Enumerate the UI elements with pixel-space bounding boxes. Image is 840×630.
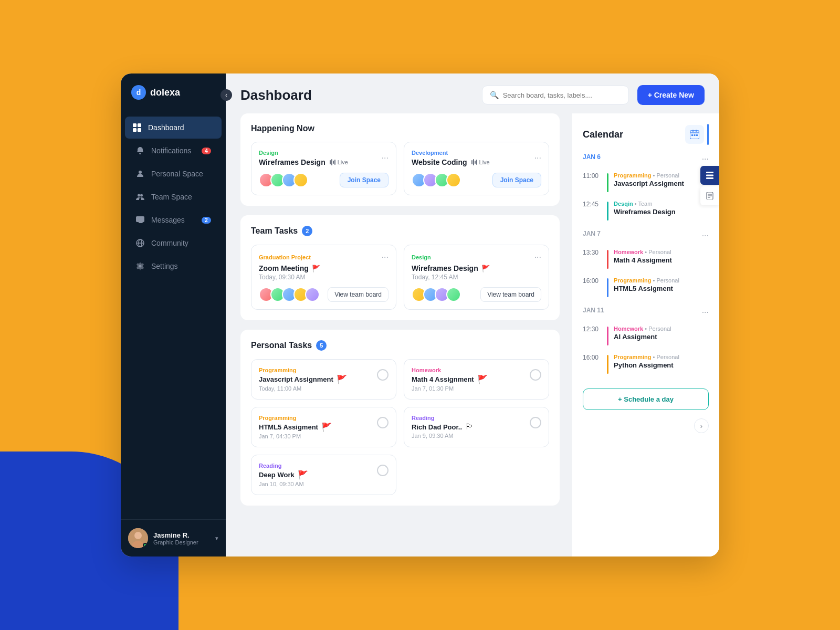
- sidebar-community-label: Community: [151, 239, 188, 247]
- jan11-label: JAN 11: [583, 307, 604, 314]
- task-check-2[interactable]: [530, 369, 541, 381]
- calendar-next-arrow[interactable]: ›: [694, 418, 709, 433]
- sidebar-collapse-button[interactable]: ‹: [220, 89, 232, 101]
- task-name-zoom: Zoom Meeting: [259, 264, 309, 272]
- sidebar-item-community[interactable]: Community: [125, 232, 222, 254]
- task-check-3[interactable]: [377, 417, 388, 428]
- event-line-blue: [607, 278, 608, 297]
- pt-category-4: Reading: [412, 415, 474, 421]
- avatar-stack: [259, 173, 308, 187]
- sidebar-user[interactable]: Jasmine R. Graphic Designer ▾: [121, 519, 226, 556]
- avatar-stack-2: [412, 173, 461, 187]
- dashboard-icon: [132, 123, 142, 132]
- person-icon: [135, 169, 145, 178]
- search-input[interactable]: [503, 91, 621, 99]
- live-indicator: Live: [330, 159, 348, 165]
- personal-tasks-header: Personal Tasks 5: [251, 340, 549, 351]
- event-meta-3: Homework • Personal: [614, 249, 672, 255]
- sidebar-item-team-space[interactable]: Team Space: [125, 186, 222, 208]
- svg-rect-20: [694, 134, 696, 136]
- team-tasks-title: Team Tasks: [251, 226, 298, 236]
- task-category-design: Design: [412, 254, 431, 260]
- view-team-board-btn-2[interactable]: View team board: [480, 287, 541, 302]
- pt-name-5: Deep Work: [259, 471, 295, 479]
- personal-tasks-section: Personal Tasks 5 Programming Javascript …: [240, 330, 560, 506]
- task-check-1[interactable]: [377, 369, 388, 381]
- sidebar-item-personal-space[interactable]: Personal Space: [125, 163, 222, 185]
- team-task-zoom: Graduation Project ··· Zoom Meeting 🚩 To…: [251, 245, 396, 310]
- event-meta-4: Programming • Personal: [614, 277, 679, 284]
- pt-category-5: Reading: [259, 463, 308, 469]
- card-category-development: Development: [412, 150, 490, 156]
- jan11-menu-dots[interactable]: ···: [702, 308, 709, 317]
- view-team-board-btn-1[interactable]: View team board: [328, 287, 388, 302]
- event-meta-6: Programming • Personal: [614, 354, 679, 360]
- card-menu-dots[interactable]: ···: [382, 153, 388, 163]
- join-space-button-1[interactable]: Join Space: [340, 173, 388, 187]
- pt-time-2: Jan 7, 01:30 PM: [412, 385, 488, 392]
- jan7-label: JAN 7: [583, 230, 601, 237]
- logo-icon: d: [131, 85, 146, 100]
- task-dots-1[interactable]: ···: [382, 253, 388, 262]
- wave-bar-2: [331, 159, 332, 165]
- personal-task-rich-dad: Reading Rich Dad Poor.. 🏳 Jan 9, 09:30 A…: [404, 407, 549, 447]
- tool-btn-doc[interactable]: [700, 186, 719, 205]
- event-name-math: Math 4 Assigment: [614, 256, 672, 264]
- user-role: Graphic Designer: [153, 539, 210, 545]
- sidebar: d dolexa ‹ Dashboard: [121, 74, 226, 556]
- happening-card-website-coding: Development Website Coding: [404, 142, 549, 195]
- pt-flag-5: 🚩: [298, 470, 308, 480]
- svg-point-13: [134, 532, 142, 539]
- event-time-1245: 12:45: [583, 201, 602, 208]
- cal-event-ai: 12:30 Homework • Personal AI Assigment: [583, 321, 709, 350]
- wave-bar-8: [476, 160, 477, 165]
- wave-bar-3: [333, 161, 334, 164]
- event-name-wireframes-cal: Wireframes Design: [614, 208, 676, 216]
- calendar-view-btn[interactable]: [685, 125, 704, 144]
- jan7-menu-dots[interactable]: ···: [702, 231, 709, 240]
- card-title-row: Design Wireframes Design: [259, 150, 388, 166]
- join-space-button-2[interactable]: Join Space: [492, 173, 541, 187]
- tool-btn-list[interactable]: [700, 166, 719, 185]
- cal-event-html5: 16:00 Programming • Personal HTML5 Assig…: [583, 273, 709, 301]
- event-name-ai: AI Assigment: [614, 333, 671, 341]
- svg-rect-1: [138, 123, 141, 127]
- create-new-button[interactable]: + Create New: [637, 85, 705, 105]
- task-check-5[interactable]: [377, 465, 388, 476]
- svg-rect-7: [136, 216, 144, 222]
- task-dots-2[interactable]: ···: [534, 253, 541, 262]
- ta-5: [305, 287, 320, 302]
- task-footer-1: View team board: [259, 287, 388, 302]
- event-line-teal: [607, 202, 608, 220]
- task-footer-2: View team board: [412, 287, 541, 302]
- personal-tasks-badge: 5: [316, 340, 327, 351]
- event-name-html5: HTML5 Assigment: [614, 285, 679, 292]
- card-footer: Join Space: [259, 173, 388, 187]
- task-check-4[interactable]: [530, 417, 541, 428]
- happening-now-section: Happening Now Design Wireframes Design: [240, 113, 560, 206]
- sidebar-item-messages[interactable]: Messages 2: [125, 209, 222, 231]
- event-time-1600b: 16:00: [583, 354, 602, 361]
- personal-task-math: Homework Math 4 Assignment 🚩 Jan 7, 01:3…: [404, 359, 549, 400]
- sidebar-item-notifications[interactable]: Notifications 4: [125, 140, 222, 162]
- schedule-day-button[interactable]: + Schedule a day: [583, 388, 709, 410]
- jan6-menu-dots[interactable]: ···: [702, 154, 709, 164]
- messages-badge: 2: [202, 217, 211, 224]
- svg-point-5: [138, 194, 140, 197]
- sidebar-item-dashboard[interactable]: Dashboard: [125, 117, 222, 139]
- event-details-math: Homework • Personal Math 4 Assigment: [614, 249, 672, 264]
- team-tasks-cards: Graduation Project ··· Zoom Meeting 🚩 To…: [251, 245, 549, 310]
- live-wave-2: [471, 159, 477, 165]
- settings-icon: [135, 261, 145, 271]
- bell-icon: [135, 146, 145, 155]
- svg-rect-2: [133, 128, 136, 132]
- svg-rect-3: [138, 128, 141, 132]
- main-content: Dashboard 🔍 + Create New Happening Now: [226, 74, 719, 556]
- personal-tasks-title: Personal Tasks: [251, 341, 312, 350]
- task-time-2: Today, 12:45 AM: [412, 274, 541, 281]
- sidebar-personal-space-label: Personal Space: [151, 170, 203, 178]
- wave-bar-4: [334, 160, 335, 165]
- cal-event-javascript: 11:00 Programming • Personal Javascript …: [583, 168, 709, 196]
- sidebar-item-settings[interactable]: Settings: [125, 255, 222, 277]
- card-menu-dots-2[interactable]: ···: [534, 153, 541, 163]
